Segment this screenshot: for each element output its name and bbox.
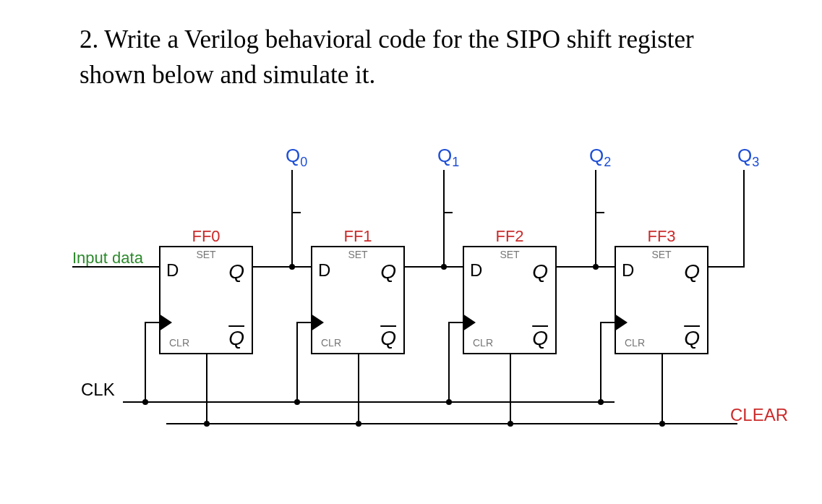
ff1-title: FF1: [312, 227, 403, 246]
flipflop-ff0: FF0 SET D Q CLR Q: [159, 246, 253, 354]
ff0-title: FF0: [160, 227, 252, 246]
ff1-qbar-label: Q: [380, 327, 396, 350]
sipo-shift-register-diagram: Q0 Q1 Q2 Q3 Input data FF0 SET D Q CLR Q…: [72, 159, 766, 448]
ff0-qbar-label: Q: [228, 327, 244, 350]
flipflop-ff3: FF3 SET D Q CLR Q: [615, 246, 708, 354]
ff2-qbar-label: Q: [532, 327, 548, 350]
output-q2-label: Q2: [589, 145, 611, 170]
ff0-q-label: Q: [228, 260, 244, 283]
ff1-d-label: D: [318, 260, 330, 281]
ff3-title: FF3: [616, 227, 707, 246]
ff3-clock-input-icon: [615, 314, 628, 331]
flipflop-ff1: FF1 SET D Q CLR Q: [311, 246, 405, 354]
ff1-set-label: SET: [312, 249, 403, 260]
ff2-set-label: SET: [464, 249, 555, 260]
ff2-d-label: D: [470, 260, 482, 281]
ff3-set-label: SET: [616, 249, 707, 260]
ff0-set-label: SET: [160, 249, 252, 260]
clear-label: CLEAR: [730, 405, 788, 425]
clk-label: CLK: [81, 380, 115, 400]
ff2-title: FF2: [464, 227, 555, 246]
ff3-d-label: D: [622, 260, 634, 281]
output-q1-label: Q1: [437, 145, 459, 170]
ff1-q-label: Q: [380, 260, 396, 283]
output-q3-label: Q3: [737, 145, 759, 170]
ff3-clr-label: CLR: [625, 337, 645, 349]
ff1-clock-input-icon: [311, 314, 324, 331]
output-q0-label: Q0: [286, 145, 307, 170]
ff2-clr-label: CLR: [473, 337, 493, 349]
ff0-d-label: D: [166, 260, 179, 281]
ff2-q-label: Q: [532, 260, 548, 283]
ff3-qbar-label: Q: [684, 327, 700, 350]
ff1-clr-label: CLR: [321, 337, 341, 349]
input-data-label: Input data: [72, 249, 143, 268]
ff0-clock-input-icon: [159, 314, 172, 331]
ff3-q-label: Q: [684, 260, 700, 283]
flipflop-ff2: FF2 SET D Q CLR Q: [463, 246, 557, 354]
ff2-clock-input-icon: [463, 314, 476, 331]
question-text: 2. Write a Verilog behavioral code for t…: [80, 22, 730, 93]
ff0-clr-label: CLR: [169, 337, 189, 349]
